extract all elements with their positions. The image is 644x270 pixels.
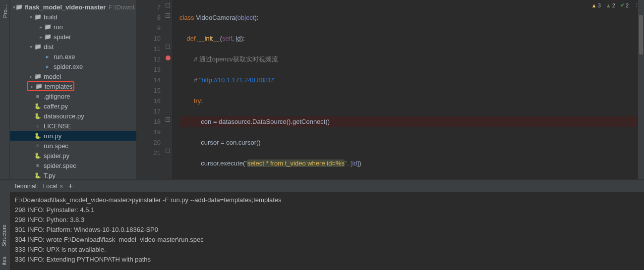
file-icon [34,142,42,150]
chevron-right-icon[interactable]: ▸ [29,84,35,89]
terminal-line: 333 INFO: UPX is not available. [15,245,639,255]
fold-icon[interactable]: − [166,45,170,49]
terminal-line: 336 INFO: Extending PYTHONPATH with path… [15,255,639,265]
tree-file-spider-py[interactable]: spider.py [10,151,136,161]
file-icon [34,122,42,130]
exe-icon [44,62,52,70]
chevron-right-icon[interactable]: ▸ [38,34,44,40]
python-icon [34,102,42,110]
warning-icon: ▲ [591,2,597,8]
terminal-line: 301 INFO: Platform: Windows-10-10.0.1836… [15,225,639,235]
tree-folder-model[interactable]: ▸model [10,71,136,81]
bottom-tool-strip: Structure ites [0,180,10,270]
fold-icon[interactable]: − [166,117,170,122]
python-icon [34,171,42,179]
file-icon [34,92,42,100]
tree-folder-build[interactable]: ▾build [10,12,136,22]
check-icon: ✔ [620,2,625,8]
code-editor[interactable]: ▲3 ▲2 ✔2 ⋮ 7 8 9 10 11 12 13 14 15 16 17… [137,0,644,179]
terminal-output[interactable]: F:\Download\flask_model_video-master>pyi… [10,192,644,270]
tree-file-t-py[interactable]: T.py [10,170,136,179]
python-icon [34,132,42,140]
terminal-line: 304 INFO: wrote F:\Download\flask_model_… [15,235,639,245]
tree-file-run-spec[interactable]: run.spec [10,141,136,151]
fold-icon[interactable]: − [166,149,170,153]
project-tree: ▾ flask_model_video-master F:\Downl... ▾… [10,0,137,179]
terminal-tab-local[interactable]: Local ✕ [43,183,63,190]
tree-folder-spider[interactable]: ▸spider [10,32,136,42]
tree-file-run-py[interactable]: run.py [10,131,136,141]
fold-icon[interactable]: − [166,3,170,7]
tree-file-datasource[interactable]: datasource.py [10,111,136,121]
terminal-title: Terminal: [14,183,38,190]
left-tool-strip: Pro... [0,0,10,179]
python-icon [34,152,42,160]
tree-file-gitignore[interactable]: .gitignore [10,91,136,101]
close-icon[interactable]: ✕ [59,183,63,189]
project-tool-tab[interactable]: Pro... [1,0,9,23]
tree-folder-run[interactable]: ▸run [10,22,136,32]
python-icon [34,112,42,120]
tree-folder-templates[interactable]: ▸templates [10,81,136,91]
folder-icon [44,33,52,41]
file-icon [34,162,42,169]
add-terminal-button[interactable]: + [68,182,73,191]
structure-tool-tab[interactable]: Structure [0,219,10,252]
tree-root[interactable]: ▾ flask_model_video-master F:\Downl... [10,2,136,12]
terminal-line: 298 INFO: Python: 3.8.3 [15,215,639,225]
exe-icon [44,53,52,60]
favorites-tool-tab[interactable]: ites [0,252,10,270]
folder-icon [44,23,52,31]
chevron-right-icon[interactable]: ▸ [28,74,34,79]
tree-file-caffer[interactable]: caffer.py [10,101,136,111]
editor-scrollbar[interactable] [638,0,644,179]
tree-file-license[interactable]: LICENSE [10,121,136,131]
folder-icon [34,72,42,80]
folder-icon [34,43,42,51]
fold-icon[interactable]: − [166,13,170,18]
breakpoint-icon[interactable] [166,55,171,60]
tree-file-spider-spec[interactable]: spider.spec [10,161,136,170]
folder-icon [15,3,23,11]
chevron-right-icon[interactable]: ▸ [38,24,44,30]
chevron-down-icon[interactable]: ▾ [28,44,34,50]
tree-path: F:\Downl... [109,3,137,11]
code-area[interactable]: class VideoCamera(object): def __init__(… [172,0,644,179]
folder-icon [34,13,42,21]
fold-gutter[interactable]: − − − − − [165,0,172,179]
tree-folder-dist[interactable]: ▾dist [10,42,136,52]
tree-file-spider-exe[interactable]: spider.exe [10,61,136,71]
chevron-down-icon[interactable]: ▾ [28,14,34,20]
line-gutter[interactable]: 7 8 9 10 11 12 13 14 15 16 17 18 19 20 2… [137,0,165,179]
inspection-widget[interactable]: ▲3 ▲2 ✔2 ⋮ [591,2,639,8]
folder-icon [35,82,43,90]
tree-file-run-exe[interactable]: run.exe [10,52,136,61]
terminal-panel: Terminal: Local ✕ + F:\Download\flask_mo… [10,180,644,270]
terminal-line: F:\Download\flask_model_video-master>pyi… [15,195,639,205]
terminal-line: 298 INFO: PyInstaller: 4.5.1 [15,205,639,215]
scrollbar-thumb[interactable] [639,15,643,54]
weak-warning-icon: ▲ [606,2,611,8]
tree-label: flask_model_video-master [25,3,106,11]
